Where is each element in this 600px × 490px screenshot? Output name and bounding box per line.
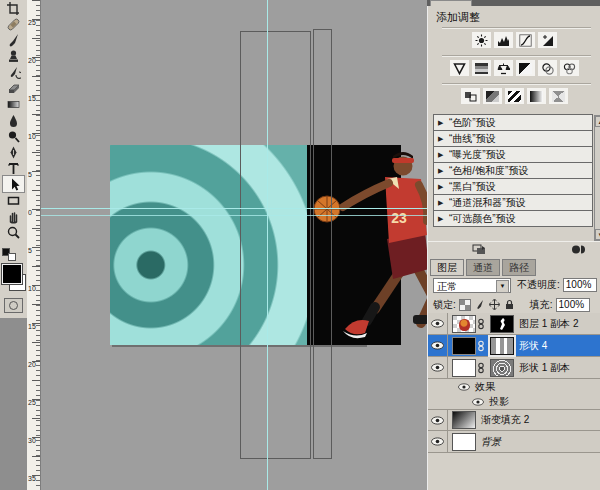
invert-button[interactable]: [461, 88, 480, 104]
crop-tool[interactable]: [3, 0, 24, 16]
zoom-tool[interactable]: [3, 224, 24, 240]
ruler-number: 25: [28, 399, 36, 406]
expand-triangle-icon[interactable]: ▶: [438, 151, 449, 159]
eraser-tool[interactable]: [3, 80, 24, 96]
vector-mask-thumbnail[interactable]: [490, 337, 514, 355]
selective-color-button[interactable]: [549, 88, 568, 104]
rectangle-shape-tool[interactable]: [3, 192, 24, 208]
layer-row-shape4-selected[interactable]: 形状 4: [428, 335, 600, 357]
vibrance-button[interactable]: [450, 60, 469, 76]
drop-shadow-effect-row[interactable]: 投影: [428, 394, 600, 409]
layer-thumbnail[interactable]: [452, 411, 476, 429]
tab-channels[interactable]: 通道: [466, 259, 500, 276]
shape-outline-narrow[interactable]: [313, 29, 332, 459]
history-brush-tool[interactable]: [3, 64, 24, 80]
fill-input[interactable]: 100%: [556, 298, 590, 312]
vertical-guide[interactable]: [267, 0, 268, 490]
scroll-up-button[interactable]: ▲: [595, 116, 600, 127]
dodge-tool[interactable]: [3, 128, 24, 144]
quick-mask-button[interactable]: [4, 298, 23, 313]
tab-layers[interactable]: 图层: [430, 259, 464, 276]
canvas-pasteboard[interactable]: 23: [40, 0, 427, 490]
layer-mask-thumbnail[interactable]: [490, 359, 514, 377]
lock-icon: [504, 299, 515, 310]
visibility-toggle[interactable]: [428, 357, 448, 378]
switch-panel-view-icon[interactable]: [472, 244, 486, 255]
shape-outline-wide[interactable]: [240, 31, 311, 459]
layer-mask-thumbnail[interactable]: [490, 315, 514, 333]
posterize-button[interactable]: [483, 88, 502, 104]
effects-header-row[interactable]: 效果: [428, 379, 600, 394]
crop-icon: [6, 1, 21, 16]
horizontal-guide[interactable]: [40, 208, 427, 209]
pen-tool[interactable]: [3, 144, 24, 160]
color-balance-button[interactable]: [494, 60, 513, 76]
layer-thumbnail[interactable]: [452, 433, 476, 451]
layer-thumbnail[interactable]: [452, 315, 476, 333]
levels-button[interactable]: [494, 32, 513, 48]
preset-row-exposure[interactable]: ▶“曝光度”预设: [433, 147, 593, 163]
expand-triangle-icon[interactable]: ▶: [438, 135, 449, 143]
brightness-contrast-icon: [475, 34, 488, 47]
healing-brush-icon: [6, 17, 21, 32]
healing-brush-tool[interactable]: [3, 16, 24, 32]
vertical-ruler[interactable]: 25 20 15 10 5 0 5 10 15 20 25 30 35: [27, 0, 41, 490]
layer-thumbnail[interactable]: [452, 359, 476, 377]
black-white-button[interactable]: [516, 60, 535, 76]
hand-tool[interactable]: [3, 208, 24, 224]
chevron-down-icon[interactable]: ▼: [496, 280, 509, 293]
foreground-color-swatch[interactable]: [2, 264, 22, 284]
blur-tool[interactable]: [3, 112, 24, 128]
move-lock-icon: [489, 299, 500, 310]
vibrance-icon: [453, 62, 466, 75]
lock-all-button[interactable]: [504, 299, 516, 311]
blend-mode-select[interactable]: 正常▼: [433, 278, 511, 293]
curves-button[interactable]: [516, 32, 535, 48]
clip-to-layer-icon[interactable]: [571, 244, 587, 255]
visibility-toggle[interactable]: [428, 335, 448, 356]
photo-filter-icon: [541, 62, 554, 75]
expand-triangle-icon[interactable]: ▶: [438, 215, 449, 223]
expand-triangle-icon[interactable]: ▶: [438, 167, 449, 175]
lock-pixels-button[interactable]: [474, 299, 486, 311]
gradient-map-button[interactable]: [527, 88, 546, 104]
gradient-icon: [6, 97, 21, 112]
clone-stamp-tool[interactable]: [3, 48, 24, 64]
layer-row-shape1-copy[interactable]: 形状 1 副本: [428, 357, 600, 379]
expand-triangle-icon[interactable]: ▶: [438, 199, 449, 207]
hue-saturation-button[interactable]: [472, 60, 491, 76]
gradient-tool[interactable]: [3, 96, 24, 112]
visibility-toggle[interactable]: [428, 431, 448, 452]
preset-row-black-white[interactable]: ▶“黑白”预设: [433, 179, 593, 195]
layer-row-image-copy[interactable]: 图层 1 副本 2: [428, 313, 600, 335]
preset-row-hue-saturation[interactable]: ▶“色相/饱和度”预设: [433, 163, 593, 179]
lock-transparency-button[interactable]: [459, 299, 471, 311]
layer-thumbnail[interactable]: [452, 337, 476, 355]
brush-tool[interactable]: [3, 32, 24, 48]
expand-triangle-icon[interactable]: ▶: [438, 119, 449, 127]
tab-paths[interactable]: 路径: [502, 259, 536, 276]
preset-row-levels[interactable]: ▶“色阶”预设: [433, 115, 593, 131]
lock-position-button[interactable]: [489, 299, 501, 311]
brightness-contrast-button[interactable]: [472, 32, 491, 48]
photo-filter-button[interactable]: [538, 60, 557, 76]
swap-colors-icon[interactable]: [2, 248, 16, 260]
threshold-button[interactable]: [505, 88, 524, 104]
path-selection-tool[interactable]: [3, 176, 24, 192]
exposure-button[interactable]: [538, 32, 557, 48]
presets-scrollbar[interactable]: ▲ ▼: [594, 115, 600, 241]
visibility-toggle[interactable]: [428, 313, 448, 334]
preset-row-curves[interactable]: ▶“曲线”预设: [433, 131, 593, 147]
type-tool[interactable]: [3, 160, 24, 176]
ruler-number: 25: [28, 19, 36, 26]
preset-row-selective-color[interactable]: ▶“可选颜色”预设: [433, 211, 593, 227]
visibility-toggle[interactable]: [428, 410, 448, 430]
layer-row-gradient-fill[interactable]: 渐变填充 2: [428, 409, 600, 431]
expand-triangle-icon[interactable]: ▶: [438, 183, 449, 191]
layer-row-background[interactable]: 背景: [428, 431, 600, 453]
preset-row-channel-mixer[interactable]: ▶“通道混和器”预设: [433, 195, 593, 211]
horizontal-guide-2[interactable]: [40, 215, 427, 216]
scroll-down-button[interactable]: ▼: [595, 229, 600, 240]
opacity-input[interactable]: 100%: [563, 278, 597, 292]
channel-mixer-button[interactable]: [560, 60, 579, 76]
